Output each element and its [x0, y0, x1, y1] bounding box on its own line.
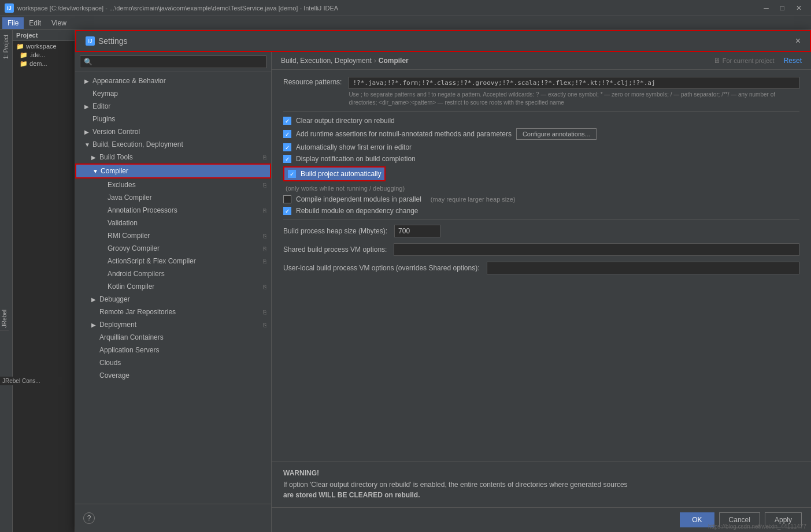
option-label-rebuild-dependency: Rebuild module on dependency change: [296, 207, 419, 215]
tree-item-plugins[interactable]: Plugins: [75, 113, 271, 125]
checkbox-clear-output[interactable]: ✓: [283, 117, 291, 125]
project-tree: 📁 workspace 📁 .ide... 📁 dem...: [13, 41, 75, 69]
tree-item-editor[interactable]: ▶ Editor: [75, 100, 271, 113]
checkbox-assertions[interactable]: ✓: [283, 130, 291, 138]
copy-icon: ⎘: [263, 207, 266, 214]
tree-item-app-servers[interactable]: Application Servers: [75, 344, 271, 356]
tree-item-keymap[interactable]: Keymap: [75, 87, 271, 100]
tree-label-appearance: Appearance & Behavior: [92, 77, 266, 85]
tree-item-excludes[interactable]: Excludes ⎘: [75, 178, 271, 191]
jrebel-console: JRebel Cons...: [0, 377, 62, 385]
tree-item-groovy-compiler[interactable]: Groovy Compiler ⎘: [75, 242, 271, 255]
menu-view[interactable]: View: [46, 17, 72, 29]
tree-label-coverage: Coverage: [99, 371, 266, 380]
tree-item-deployment[interactable]: ▶ Deployment ⎘: [75, 318, 271, 331]
tree-label-build-tools: Build Tools: [99, 153, 261, 161]
help-icon[interactable]: ?: [83, 512, 95, 524]
checkbox-compile-parallel[interactable]: [283, 195, 291, 203]
search-input[interactable]: [80, 55, 266, 68]
tree-item-remote-jar[interactable]: Remote Jar Repositories ⎘: [75, 306, 271, 318]
tree-item-debugger[interactable]: ▶ Debugger: [75, 293, 271, 306]
vtab-project[interactable]: 1: Project: [2, 30, 10, 64]
tree-label-remote-jar: Remote Jar Repositories: [99, 308, 261, 316]
dialog-close-btn[interactable]: ×: [795, 36, 801, 46]
option-row-notification: ✓ Display notification on build completi…: [283, 155, 799, 163]
breadcrumb-part1: Build, Execution, Deployment: [281, 57, 372, 65]
tree-item-appearance[interactable]: ▶ Appearance & Behavior: [75, 75, 271, 87]
breadcrumb-current: Compiler: [379, 57, 409, 65]
shared-vm-input[interactable]: [394, 243, 799, 256]
menu-file[interactable]: File: [2, 17, 24, 29]
tree-item-coverage[interactable]: Coverage: [75, 369, 271, 382]
option-row-assertions: ✓ Add runtime assertions for notnull-ann…: [283, 128, 799, 140]
tree-item-build-execution[interactable]: ▼ Build, Execution, Deployment: [75, 138, 271, 151]
resource-patterns-row: Resource patterns: Use ; to separate pat…: [283, 77, 799, 107]
arrow-icon: ▶: [91, 296, 99, 303]
configure-annotations-btn[interactable]: Configure annotations...: [516, 128, 597, 140]
checkbox-notification[interactable]: ✓: [283, 155, 291, 163]
resource-hint: Use ; to separate patterns and ! to nega…: [349, 91, 799, 107]
arrow-icon: ▶: [84, 129, 92, 135]
for-project-btn[interactable]: 🖥 For current project: [713, 57, 775, 65]
user-local-label: User-local build process VM options (ove…: [283, 264, 480, 272]
tree-item-version-control[interactable]: ▶ Version Control: [75, 125, 271, 138]
resource-input-area: Use ; to separate patterns and ! to nega…: [349, 77, 799, 107]
heap-input[interactable]: [394, 225, 440, 237]
tree-label-deployment: Deployment: [99, 321, 261, 329]
user-local-vm-input[interactable]: [487, 262, 800, 274]
option-label-compile-parallel: Compile independent modules in parallel: [296, 195, 421, 203]
checkbox-show-error[interactable]: ✓: [283, 143, 291, 151]
tree-label-version-control: Version Control: [92, 128, 266, 136]
tree-item-annotation-processors[interactable]: Annotation Processors ⎘: [75, 204, 271, 217]
menu-edit[interactable]: Edit: [24, 17, 46, 29]
tree-item-actionscript[interactable]: ActionScript & Flex Compiler ⎘: [75, 255, 271, 267]
content-header: Build, Execution, Deployment › Compiler …: [272, 52, 811, 70]
search-box: [75, 52, 271, 72]
project-workspace: 📁 workspace: [15, 42, 72, 51]
tree-item-rmi-compiler[interactable]: RMI Compiler ⎘: [75, 229, 271, 242]
arrow-icon: ▼: [92, 168, 101, 174]
copy-icon: ⎘: [263, 309, 266, 315]
minimize-btn[interactable]: ─: [759, 3, 773, 13]
project-item: 📁 .ide...: [15, 51, 72, 59]
tree-item-build-tools[interactable]: ▶ Build Tools ⎘: [75, 151, 271, 163]
tree-label-debugger: Debugger: [99, 295, 266, 303]
content-form: Resource patterns: Use ; to separate pat…: [272, 70, 811, 462]
reset-btn[interactable]: Reset: [784, 57, 802, 65]
tree-label-keymap: Keymap: [92, 90, 266, 98]
jrebel-tab[interactable]: JRebel: [0, 307, 9, 330]
heap-label: Build process heap size (Mbytes):: [283, 227, 387, 235]
dialog-title: IJ Settings: [86, 36, 128, 46]
maximize-btn[interactable]: □: [776, 3, 789, 13]
tree-item-compiler[interactable]: ▼ Compiler: [75, 163, 271, 178]
copy-icon: ⎘: [263, 284, 266, 290]
checkbox-build-automatically[interactable]: ✓: [288, 170, 296, 178]
tree-item-clouds[interactable]: Clouds: [75, 356, 271, 369]
tree-label-plugins: Plugins: [92, 115, 266, 123]
tree-item-arquillian[interactable]: Arquillian Containers: [75, 331, 271, 344]
resource-patterns-input[interactable]: [349, 77, 799, 89]
copy-icon: ⎘: [263, 245, 266, 252]
form-row-heap: Build process heap size (Mbytes):: [283, 225, 799, 237]
tree-label-kotlin: Kotlin Compiler: [108, 282, 261, 291]
arrow-icon: ▶: [84, 78, 92, 84]
arrow-icon: ▶: [91, 322, 99, 328]
settings-content: Build, Execution, Deployment › Compiler …: [272, 52, 811, 532]
option-label-build-automatically: Build project automatically: [301, 170, 381, 178]
tree-item-java-compiler[interactable]: Java Compiler: [75, 191, 271, 204]
tree-label-excludes: Excludes: [108, 181, 261, 189]
warning-text-bold: are stored WILL BE CLEARED on rebuild.: [283, 491, 420, 499]
tree-item-validation[interactable]: Validation: [75, 217, 271, 229]
tree-label-compiler: Compiler: [101, 167, 265, 175]
tree-label-groovy-compiler: Groovy Compiler: [108, 244, 261, 252]
tree-label-validation: Validation: [108, 219, 266, 227]
option-row-rebuild-dependency: ✓ Rebuild module on dependency change: [283, 207, 799, 215]
tree-item-kotlin[interactable]: Kotlin Compiler ⎘: [75, 280, 271, 293]
close-btn[interactable]: ✕: [791, 3, 806, 13]
title-bar: IJ workspace [C:/dev/workspace] - ...\de…: [0, 0, 811, 16]
tree-label-app-servers: Application Servers: [99, 346, 266, 354]
tree-item-android[interactable]: Android Compilers: [75, 267, 271, 280]
breadcrumb-separator: ›: [374, 57, 376, 65]
checkbox-rebuild-dependency[interactable]: ✓: [283, 207, 291, 215]
form-row-shared-vm: Shared build process VM options:: [283, 243, 799, 256]
